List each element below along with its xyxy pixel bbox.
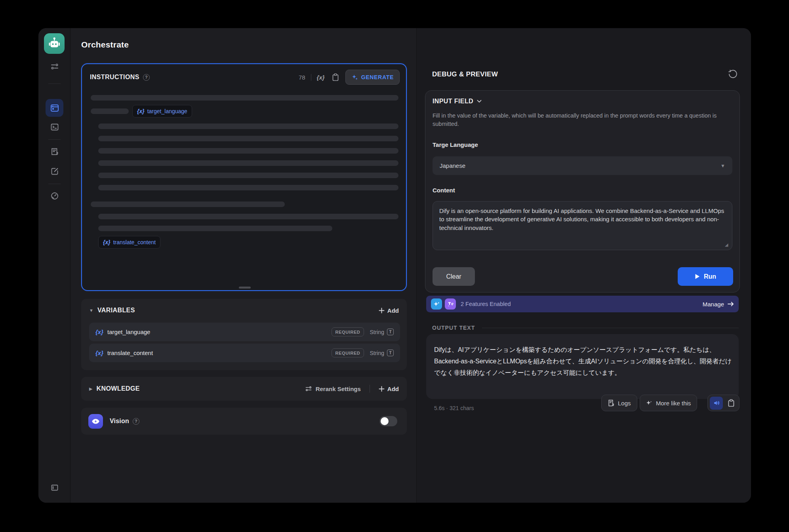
logs-icon[interactable] [38, 147, 71, 156]
generate-label: GENERATE [361, 74, 394, 80]
instructions-header: INSTRUCTIONS ? 78 {x} GENERATE [90, 70, 400, 85]
brace-token: {x} [137, 108, 145, 114]
brace-token: {x} [103, 239, 111, 245]
features-bar[interactable]: 2 Features Enabled Manage [426, 296, 739, 312]
nav-item-orchestrate[interactable] [46, 99, 63, 117]
required-badge: REQUIRED [332, 348, 364, 357]
annotation-icon[interactable] [38, 167, 71, 176]
variable-row[interactable]: {x} target_language REQUIRED String T [89, 323, 400, 341]
chevron-down-icon [477, 100, 482, 103]
vision-label: Vision [110, 418, 129, 425]
run-button[interactable]: Run [678, 267, 733, 286]
variable-chip-translate-content[interactable]: {x} translate_content [98, 236, 160, 249]
output-divider [482, 328, 739, 328]
rerank-label: Rerank Settings [316, 386, 361, 392]
input-field-title: INPUT FIELD [433, 98, 473, 105]
generate-button[interactable]: GENERATE [345, 70, 400, 85]
panel-resize-handle[interactable] [239, 287, 251, 289]
copy-output-icon[interactable] [725, 397, 737, 410]
vision-icon [88, 414, 103, 429]
instructions-title: INSTRUCTIONS [90, 74, 139, 81]
vision-panel: Vision ? [81, 408, 407, 435]
add-label: Add [387, 307, 399, 314]
divider [370, 385, 370, 393]
vision-toggle[interactable] [379, 416, 397, 426]
skeleton-line [98, 136, 398, 141]
input-field-description: Fill in the value of the variable, which… [433, 112, 726, 128]
plus-icon [379, 308, 385, 314]
variables-title: VARIABLES [97, 307, 135, 314]
output-text: Difyは、AIアプリケーションを構築するためのオープンソースプラットフォームで… [434, 344, 732, 378]
manage-label: Manage [703, 301, 724, 308]
copy-icon[interactable] [332, 73, 339, 81]
robot-icon [48, 37, 61, 50]
help-icon[interactable]: ? [133, 418, 139, 425]
skeleton-line [91, 108, 129, 114]
content-label: Content [433, 187, 732, 194]
manage-features-button[interactable]: Manage [703, 301, 734, 308]
nav-rail [38, 28, 71, 503]
arrow-right-icon [728, 302, 734, 306]
features-count-label: 2 Features Enabled [461, 301, 511, 307]
help-icon[interactable]: ? [143, 74, 150, 81]
add-knowledge-button[interactable]: Add [379, 386, 399, 392]
variable-chip-target-language[interactable]: {x} target_language [132, 105, 192, 118]
variable-row[interactable]: {x} translate_content REQUIRED String T [89, 344, 400, 362]
language-select[interactable]: Japanese ▼ [433, 156, 732, 175]
collapse-panel-icon[interactable] [38, 483, 71, 492]
skeleton-line [91, 95, 398, 101]
plus-icon [379, 386, 385, 392]
run-label: Run [704, 273, 716, 280]
input-field-card: INPUT FIELD Fill in the value of the var… [425, 90, 740, 293]
more-like-this-button[interactable]: More like this [640, 395, 697, 411]
skeleton-line [98, 124, 398, 129]
play-icon [695, 274, 700, 279]
brace-token: {x} [95, 329, 103, 335]
more-like-this-label: More like this [656, 400, 691, 407]
variable-type: String [370, 350, 384, 356]
insert-variable-icon[interactable]: {x} [317, 74, 325, 81]
skeleton-line [98, 185, 398, 190]
sparkle-icon [646, 400, 652, 406]
app-logo[interactable] [44, 33, 65, 54]
text-type-icon[interactable]: T [387, 350, 394, 356]
text-type-icon[interactable]: T [387, 329, 394, 335]
chevron-right-icon[interactable]: ▶ [89, 386, 92, 391]
clear-button[interactable]: Clear [433, 267, 475, 286]
logs-label: Logs [618, 400, 631, 407]
skeleton-line [98, 160, 398, 166]
terminal-icon[interactable] [38, 123, 71, 131]
sparkle-icon [351, 74, 358, 81]
variables-panel: ▼ VARIABLES Add {x} target_language REQU… [81, 299, 407, 370]
knowledge-panel: ▶ KNOWLEDGE Rerank Settings Add [81, 377, 407, 401]
add-variable-button[interactable]: Add [379, 307, 399, 314]
tts-feature-icon [445, 298, 456, 310]
toolbar-divider [311, 74, 311, 81]
logs-button[interactable]: Logs [601, 395, 637, 411]
add-label: Add [387, 386, 399, 392]
skeleton-line [98, 214, 398, 219]
language-value: Japanese [440, 162, 465, 169]
debug-pane: DEBUG & PREVIEW INPUT FIELD Fill in the … [416, 28, 751, 503]
monitor-gauge-icon[interactable] [38, 192, 71, 200]
skeleton-line [98, 226, 332, 231]
rail-divider [48, 84, 61, 84]
variable-type: String [370, 329, 384, 335]
chevron-down-icon[interactable]: ▼ [89, 308, 93, 313]
chip-label: translate_content [113, 239, 156, 245]
rail-divider [48, 184, 61, 184]
input-field-header[interactable]: INPUT FIELD [433, 98, 732, 105]
rerank-settings-button[interactable]: Rerank Settings [305, 385, 361, 392]
speaker-icon [713, 399, 720, 407]
sliders-icon [305, 385, 312, 392]
reset-icon[interactable] [728, 70, 737, 79]
sparkle-feature-icon [431, 298, 442, 310]
char-count: 78 [299, 74, 305, 81]
app-window: Orchestrate ✳ GPT-4o CHAT [38, 28, 751, 503]
sliders-icon[interactable] [38, 62, 71, 71]
rail-divider [48, 139, 61, 140]
content-textarea[interactable]: Dify is an open-source platform for buil… [433, 201, 732, 250]
screen: Orchestrate ✳ GPT-4o CHAT [0, 0, 789, 532]
speaker-button[interactable] [710, 397, 723, 410]
chevron-down-icon: ▼ [720, 163, 725, 169]
